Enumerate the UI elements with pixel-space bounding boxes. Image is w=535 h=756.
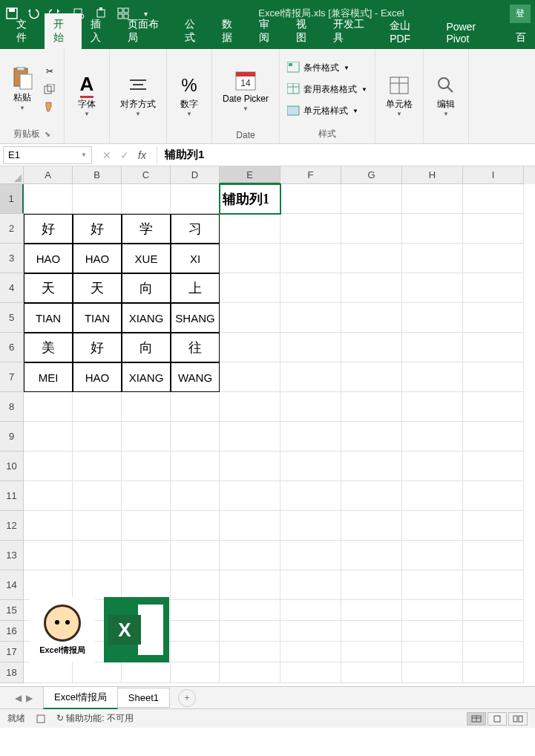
cell-H12[interactable] <box>402 511 463 541</box>
cell-C5[interactable]: XIANG <box>122 303 171 333</box>
sheet-tab-2[interactable]: Sheet1 <box>117 688 170 708</box>
cell-C7[interactable]: XIANG <box>122 362 171 392</box>
copy-button[interactable] <box>42 82 58 97</box>
cell-B5[interactable]: TIAN <box>73 303 122 333</box>
cell-A10[interactable] <box>24 452 73 481</box>
cell-E14[interactable] <box>220 570 280 600</box>
cell-F11[interactable] <box>280 481 341 511</box>
cut-button[interactable]: ✂ <box>42 64 58 79</box>
cell-B14[interactable] <box>73 570 122 600</box>
date-picker-button[interactable]: 14 Date Picker ▼ <box>218 67 273 114</box>
select-all-corner[interactable] <box>0 166 24 184</box>
cell-G9[interactable] <box>341 422 402 452</box>
cell-D17[interactable] <box>171 642 220 662</box>
cell-A13[interactable] <box>24 541 73 570</box>
col-header-G[interactable]: G <box>341 166 402 184</box>
cell-F15[interactable] <box>280 600 341 621</box>
cell-B8[interactable] <box>73 392 122 422</box>
cell-style-button[interactable]: 单元格样式▼ <box>286 103 369 119</box>
cell-C11[interactable] <box>122 481 171 511</box>
cell-E4[interactable] <box>220 273 280 303</box>
cell-C6[interactable]: 向 <box>122 333 171 362</box>
cell-E17[interactable] <box>220 642 280 662</box>
cell-E16[interactable] <box>220 621 280 642</box>
cell-C8[interactable] <box>122 392 171 422</box>
cell-H13[interactable] <box>402 541 463 570</box>
cell-G16[interactable] <box>341 621 402 642</box>
cell-E11[interactable] <box>220 481 280 511</box>
cell-E15[interactable] <box>220 600 280 621</box>
enter-icon[interactable]: ✓ <box>120 149 129 161</box>
cell-A11[interactable] <box>24 481 73 511</box>
cell-F6[interactable] <box>280 333 341 362</box>
cell-I10[interactable] <box>463 452 524 481</box>
cell-F10[interactable] <box>280 452 341 481</box>
login-button[interactable]: 登 <box>510 4 531 23</box>
row-header-17[interactable]: 17 <box>0 642 24 662</box>
cell-B7[interactable]: HAO <box>73 362 122 392</box>
editing-button[interactable]: 编辑 ▼ <box>430 72 462 119</box>
number-button[interactable]: % 数字 ▼ <box>173 72 206 119</box>
next-sheet-icon[interactable]: ▶ <box>26 693 33 703</box>
format-painter-button[interactable] <box>42 100 58 114</box>
row-header-8[interactable]: 8 <box>0 392 24 422</box>
cell-F17[interactable] <box>280 642 341 662</box>
cell-A7[interactable]: MEI <box>24 362 73 392</box>
cell-F9[interactable] <box>280 422 341 452</box>
cell-F5[interactable] <box>280 303 341 333</box>
cell-G12[interactable] <box>341 511 402 541</box>
formula-bar[interactable]: 辅助列1 <box>157 146 535 164</box>
cell-G13[interactable] <box>341 541 402 570</box>
cell-F7[interactable] <box>280 362 341 392</box>
cell-F8[interactable] <box>280 392 341 422</box>
cell-E12[interactable] <box>220 511 280 541</box>
tab-formulas[interactable]: 公式 <box>176 13 213 49</box>
cell-H2[interactable] <box>402 214 463 244</box>
cell-G11[interactable] <box>341 481 402 511</box>
tab-jinshan[interactable]: 金山PDF <box>381 15 437 49</box>
cell-I14[interactable] <box>463 570 524 600</box>
cell-A9[interactable] <box>24 422 73 452</box>
cell-H16[interactable] <box>402 621 463 642</box>
cell-I7[interactable] <box>463 362 524 392</box>
cancel-icon[interactable]: ✕ <box>102 149 111 161</box>
cell-G17[interactable] <box>341 642 402 662</box>
cell-H8[interactable] <box>402 392 463 422</box>
cell-D14[interactable] <box>171 570 220 600</box>
view-page-break-button[interactable] <box>508 712 528 726</box>
sheet-tab-1[interactable]: Excel情报局 <box>43 686 118 709</box>
cells-button[interactable]: 单元格 ▼ <box>381 72 417 119</box>
row-header-2[interactable]: 2 <box>0 214 24 244</box>
cell-D10[interactable] <box>171 452 220 481</box>
row-header-13[interactable]: 13 <box>0 541 24 570</box>
tab-baidu[interactable]: 百 <box>507 27 535 49</box>
cell-I16[interactable] <box>463 621 524 642</box>
row-header-16[interactable]: 16 <box>0 621 24 642</box>
cell-I4[interactable] <box>463 273 524 303</box>
cell-B12[interactable] <box>73 511 122 541</box>
cell-E7[interactable] <box>220 362 280 392</box>
cell-H6[interactable] <box>402 333 463 362</box>
cell-C18[interactable] <box>122 662 171 683</box>
tab-home[interactable]: 开始 <box>45 13 82 49</box>
name-box[interactable]: E1 ▼ <box>3 146 92 164</box>
row-header-3[interactable]: 3 <box>0 244 24 273</box>
cell-H1[interactable] <box>402 184 463 214</box>
cell-D1[interactable] <box>171 184 220 214</box>
cell-I13[interactable] <box>463 541 524 570</box>
cell-F2[interactable] <box>280 214 341 244</box>
cell-D16[interactable] <box>171 621 220 642</box>
accessibility-status[interactable]: ↻ 辅助功能: 不可用 <box>56 712 134 725</box>
row-header-10[interactable]: 10 <box>0 452 24 481</box>
tab-layout[interactable]: 页面布局 <box>119 13 175 49</box>
paste-button[interactable]: 粘贴 ▼ <box>6 65 39 112</box>
cell-B3[interactable]: HAO <box>73 244 122 273</box>
tab-powerpivot[interactable]: Power Pivot <box>437 16 507 49</box>
cell-B2[interactable]: 好 <box>73 214 122 244</box>
cell-G1[interactable] <box>341 184 402 214</box>
cell-E8[interactable] <box>220 392 280 422</box>
row-header-15[interactable]: 15 <box>0 600 24 621</box>
cell-I2[interactable] <box>463 214 524 244</box>
col-header-C[interactable]: C <box>122 166 171 184</box>
cell-I3[interactable] <box>463 244 524 273</box>
